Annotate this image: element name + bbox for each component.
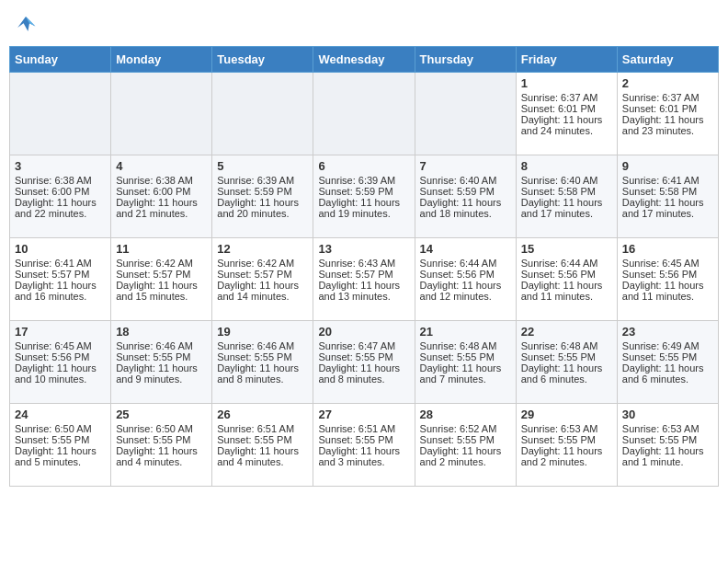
cell-line: Sunrise: 6:42 AM — [217, 258, 308, 269]
cell-line: Daylight: 11 hours and 6 minutes. — [622, 362, 713, 385]
cell-line: Sunset: 6:01 PM — [622, 103, 713, 114]
col-header-tuesday: Tuesday — [212, 47, 313, 73]
cell-line: Daylight: 11 hours and 5 minutes. — [15, 445, 106, 467]
day-number: 10 — [15, 242, 106, 256]
cell-line: Sunrise: 6:37 AM — [521, 92, 612, 103]
cell-line: Daylight: 11 hours and 9 minutes. — [116, 362, 207, 385]
calendar-cell: 16Sunrise: 6:45 AMSunset: 5:56 PMDayligh… — [617, 238, 718, 321]
calendar-week-2: 3Sunrise: 6:38 AMSunset: 6:00 PMDaylight… — [10, 155, 719, 238]
day-number: 25 — [116, 408, 207, 421]
cell-line: Daylight: 11 hours and 17 minutes. — [521, 197, 612, 219]
cell-line: Daylight: 11 hours and 7 minutes. — [420, 362, 511, 385]
calendar-cell: 1Sunrise: 6:37 AMSunset: 6:01 PMDaylight… — [516, 73, 617, 155]
cell-line: Sunset: 6:00 PM — [15, 186, 106, 197]
cell-line: Daylight: 11 hours and 24 minutes. — [521, 114, 612, 136]
calendar-cell: 26Sunrise: 6:51 AMSunset: 5:55 PMDayligh… — [212, 404, 313, 487]
day-number: 21 — [420, 325, 511, 339]
cell-line: Sunset: 5:55 PM — [217, 351, 308, 362]
cell-line: Daylight: 11 hours and 1 minute. — [622, 445, 713, 467]
day-number: 5 — [217, 159, 308, 173]
cell-line: Daylight: 11 hours and 16 minutes. — [15, 280, 106, 302]
cell-line: Sunrise: 6:40 AM — [521, 175, 612, 186]
day-number: 17 — [15, 325, 106, 339]
cell-line: Sunrise: 6:48 AM — [420, 340, 511, 351]
calendar-cell: 19Sunrise: 6:46 AMSunset: 5:55 PMDayligh… — [212, 321, 313, 404]
cell-line: Sunrise: 6:37 AM — [622, 92, 713, 103]
calendar-cell: 23Sunrise: 6:49 AMSunset: 5:55 PMDayligh… — [617, 321, 718, 404]
col-header-wednesday: Wednesday — [313, 47, 415, 73]
calendar-cell: 20Sunrise: 6:47 AMSunset: 5:55 PMDayligh… — [313, 321, 415, 404]
cell-line: Sunset: 5:55 PM — [420, 434, 511, 445]
calendar-cell: 4Sunrise: 6:38 AMSunset: 6:00 PMDaylight… — [111, 155, 212, 238]
calendar-cell — [111, 73, 212, 155]
calendar-header: SundayMondayTuesdayWednesdayThursdayFrid… — [10, 47, 719, 73]
cell-line: Sunrise: 6:44 AM — [521, 258, 612, 269]
cell-line: Daylight: 11 hours and 4 minutes. — [217, 445, 308, 467]
cell-line: Sunset: 5:55 PM — [116, 434, 207, 445]
cell-line: Sunset: 6:01 PM — [521, 103, 612, 114]
cell-line: Daylight: 11 hours and 2 minutes. — [521, 445, 612, 467]
calendar-cell: 18Sunrise: 6:46 AMSunset: 5:55 PMDayligh… — [111, 321, 212, 404]
calendar-cell: 21Sunrise: 6:48 AMSunset: 5:55 PMDayligh… — [415, 321, 516, 404]
cell-line: Daylight: 11 hours and 11 minutes. — [521, 280, 612, 302]
calendar-cell: 11Sunrise: 6:42 AMSunset: 5:57 PMDayligh… — [111, 238, 212, 321]
day-number: 26 — [217, 408, 308, 421]
day-number: 9 — [622, 159, 713, 173]
calendar-cell: 12Sunrise: 6:42 AMSunset: 5:57 PMDayligh… — [212, 238, 313, 321]
calendar-cell: 6Sunrise: 6:39 AMSunset: 5:59 PMDaylight… — [313, 155, 415, 238]
cell-line: Sunset: 5:56 PM — [622, 269, 713, 280]
cell-line: Sunset: 5:55 PM — [521, 434, 612, 445]
day-number: 24 — [15, 408, 106, 421]
cell-line: Sunrise: 6:46 AM — [217, 340, 308, 351]
cell-line: Daylight: 11 hours and 8 minutes. — [318, 362, 409, 385]
day-number: 28 — [420, 408, 511, 421]
calendar-cell: 29Sunrise: 6:53 AMSunset: 5:55 PMDayligh… — [516, 404, 617, 487]
cell-line: Daylight: 11 hours and 20 minutes. — [217, 197, 308, 219]
calendar-week-5: 24Sunrise: 6:50 AMSunset: 5:55 PMDayligh… — [10, 404, 719, 487]
cell-line: Sunrise: 6:50 AM — [15, 423, 106, 434]
calendar-cell: 2Sunrise: 6:37 AMSunset: 6:01 PMDaylight… — [617, 73, 718, 155]
cell-line: Sunrise: 6:43 AM — [318, 258, 409, 269]
day-number: 7 — [420, 159, 511, 173]
calendar-cell: 7Sunrise: 6:40 AMSunset: 5:59 PMDaylight… — [415, 155, 516, 238]
cell-line: Sunset: 5:57 PM — [116, 269, 207, 280]
cell-line: Daylight: 11 hours and 18 minutes. — [420, 197, 511, 219]
col-header-saturday: Saturday — [617, 47, 718, 73]
cell-line: Sunrise: 6:50 AM — [116, 423, 207, 434]
calendar-cell: 13Sunrise: 6:43 AMSunset: 5:57 PMDayligh… — [313, 238, 415, 321]
cell-line: Daylight: 11 hours and 14 minutes. — [217, 280, 308, 302]
cell-line: Sunrise: 6:47 AM — [318, 340, 409, 351]
calendar-cell — [10, 73, 111, 155]
cell-line: Sunset: 5:56 PM — [15, 351, 106, 362]
day-number: 13 — [318, 242, 409, 256]
day-number: 8 — [521, 159, 612, 173]
col-header-monday: Monday — [111, 47, 212, 73]
calendar-cell — [212, 73, 313, 155]
cell-line: Sunset: 5:57 PM — [318, 269, 409, 280]
calendar-cell: 10Sunrise: 6:41 AMSunset: 5:57 PMDayligh… — [10, 238, 111, 321]
calendar-cell: 9Sunrise: 6:41 AMSunset: 5:58 PMDaylight… — [617, 155, 718, 238]
cell-line: Daylight: 11 hours and 12 minutes. — [420, 280, 511, 302]
cell-line: Daylight: 11 hours and 17 minutes. — [622, 197, 713, 219]
day-number: 23 — [622, 325, 713, 339]
cell-line: Daylight: 11 hours and 22 minutes. — [15, 197, 106, 219]
logo-bird-icon — [15, 13, 37, 35]
col-header-friday: Friday — [516, 47, 617, 73]
cell-line: Sunset: 5:59 PM — [217, 186, 308, 197]
cell-line: Sunset: 5:55 PM — [116, 351, 207, 362]
day-number: 20 — [318, 325, 409, 339]
calendar-cell: 3Sunrise: 6:38 AMSunset: 6:00 PMDaylight… — [10, 155, 111, 238]
day-number: 15 — [521, 242, 612, 256]
header — [9, 9, 719, 39]
cell-line: Sunrise: 6:38 AM — [15, 175, 106, 186]
cell-line: Sunset: 5:57 PM — [217, 269, 308, 280]
calendar-cell: 15Sunrise: 6:44 AMSunset: 5:56 PMDayligh… — [516, 238, 617, 321]
cell-line: Sunset: 5:57 PM — [15, 269, 106, 280]
cell-line: Sunrise: 6:48 AM — [521, 340, 612, 351]
day-number: 3 — [15, 159, 106, 173]
day-number: 1 — [521, 76, 612, 90]
cell-line: Sunset: 5:55 PM — [521, 351, 612, 362]
calendar-cell: 17Sunrise: 6:45 AMSunset: 5:56 PMDayligh… — [10, 321, 111, 404]
cell-line: Sunset: 5:56 PM — [521, 269, 612, 280]
calendar-cell: 28Sunrise: 6:52 AMSunset: 5:55 PMDayligh… — [415, 404, 516, 487]
